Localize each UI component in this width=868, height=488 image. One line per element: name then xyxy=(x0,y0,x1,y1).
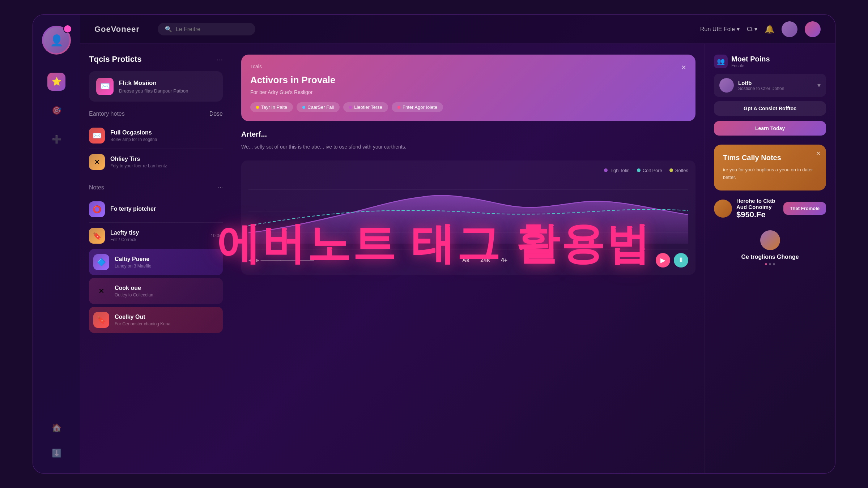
note-icon-orange2: 🔖 xyxy=(89,228,105,244)
notes-subsection-action[interactable]: Dose xyxy=(209,111,223,117)
tag-dot xyxy=(349,106,352,109)
legend-item-2: Colt Pore xyxy=(637,168,662,173)
legend-dot-yellow xyxy=(669,168,673,172)
all-notes-title: Notes xyxy=(89,184,104,191)
change-dot-1 xyxy=(765,263,767,265)
chart-play-button[interactable]: ▶ xyxy=(656,253,670,267)
avatar-image: 👤 xyxy=(43,27,69,53)
search-icon: 🔍 xyxy=(165,26,172,33)
note-icon-orange: ✕ xyxy=(89,154,105,170)
sidebar-avatar[interactable]: 👤 xyxy=(42,26,71,55)
main-content: GoeVoneer 🔍 Run UIE Fole ▾ Ct ▾ 🔔 xyxy=(80,15,835,473)
meet-btn-row: Gpt A Conslot Rofftoc xyxy=(714,101,826,116)
note-info: Ohliey Tirs Foly to your foer re Lan hen… xyxy=(110,156,223,168)
change-dot-3 xyxy=(773,263,775,265)
project-card[interactable]: ✉️ Fli:k Mosiion Dreose you flias Danpou… xyxy=(89,71,223,102)
meet-person-info: Lotfb Sostione to Cfler Dotfon xyxy=(738,80,813,91)
all-notes-action[interactable]: ··· xyxy=(218,184,223,191)
task-tag-3[interactable]: Fnter Agor Iolete xyxy=(392,102,443,112)
task-card: Tcals ✕ Activors in Provale For ber Adry… xyxy=(241,55,695,121)
search-input[interactable] xyxy=(176,26,248,33)
topbar: GoeVoneer 🔍 Run UIE Fole ▾ Ct ▾ 🔔 xyxy=(80,15,835,44)
task-close-icon[interactable]: ✕ xyxy=(681,64,686,72)
chart-stat-0: Ak xyxy=(462,257,469,264)
sidebar-item-download[interactable]: ⬇️ xyxy=(47,444,65,462)
article-title: Arterf... xyxy=(241,130,695,138)
orange-card: ✕ Tims Cally Notes ire you for you'r bop… xyxy=(714,145,826,191)
list-item-active3[interactable]: 🔖 Coelky Out For Cer onster chaning Kona xyxy=(89,307,223,333)
meet-person-name: Lotfb xyxy=(738,80,813,86)
project-icon-pink: ✉️ xyxy=(96,78,114,95)
chart-buttons: ▶ ⏸ xyxy=(656,253,688,267)
list-item[interactable]: ✉️ Fuil Ocgasions Bolev amp for In sogit… xyxy=(89,123,223,149)
tag-dot xyxy=(397,106,400,109)
projects-menu-icon[interactable]: ··· xyxy=(217,55,223,64)
search-bar[interactable]: 🔍 xyxy=(158,23,255,35)
note-info: Laefty tisy Felt / Correck xyxy=(110,230,205,242)
project-name: Fli:k Mosiion xyxy=(119,80,216,87)
list-item-active2[interactable]: ✕ Cook oue Outley lo Collecolan xyxy=(89,278,223,304)
meet-subtitle: Fncale xyxy=(731,63,770,68)
get-contact-button[interactable]: Gpt A Conslot Rofftoc xyxy=(714,101,826,116)
sidebar-item-target[interactable]: 🎯 xyxy=(47,102,65,120)
user-avatar[interactable] xyxy=(782,21,797,37)
orange-card-text: ire you for you'r boplions a yeou on in … xyxy=(723,166,817,181)
nav-item-run[interactable]: Run UIE Fole ▾ xyxy=(700,26,740,33)
meet-arrow-icon: ▾ xyxy=(817,81,821,89)
help-avatar xyxy=(714,200,732,218)
chart-nav-right[interactable]: ▶ ──────────────── xyxy=(256,257,314,263)
left-panel: Tqcis Proticts ··· ✉️ Fli:k Mosiion Dreo… xyxy=(80,44,232,473)
help-amount: $950.Fe xyxy=(736,210,779,219)
chart-area xyxy=(248,179,688,244)
middle-panel: Tcals ✕ Activors in Provale For ber Adry… xyxy=(232,44,705,473)
article-text: We... sefly sot of our this is the abe..… xyxy=(241,143,695,151)
help-title: Herohe to Cktb Aud Conoimy xyxy=(736,198,779,210)
list-item[interactable]: ⭕ Fo terty piotcher xyxy=(89,196,223,223)
tag-dot xyxy=(302,106,305,109)
projects-title: Tqcis Proticts xyxy=(89,55,141,64)
nav-item-ct[interactable]: Ct ▾ xyxy=(747,26,757,33)
legend-dot-purple xyxy=(604,168,608,172)
task-tag-2[interactable]: Lleotier Terse xyxy=(343,102,388,112)
help-section: Herohe to Cktb Aud Conoimy $950.Fe Thet … xyxy=(714,198,826,219)
help-info: Herohe to Cktb Aud Conoimy $950.Fe xyxy=(736,198,779,219)
meet-person-sub: Sostione to Cfler Dotfon xyxy=(738,86,813,91)
list-item[interactable]: ✕ Ohliey Tirs Foly to your foer re Lan h… xyxy=(89,149,223,175)
change-dot-2 xyxy=(769,263,771,265)
sidebar-item-add[interactable]: ➕ xyxy=(47,130,65,149)
sidebar-item-star[interactable]: ⭐ xyxy=(47,73,65,91)
learn-today-button[interactable]: Learn Today xyxy=(714,121,826,136)
meet-header-info: Moet Poins Fncale xyxy=(731,55,770,68)
user-avatar2[interactable] xyxy=(805,21,821,37)
orange-card-close-icon[interactable]: ✕ xyxy=(816,150,821,157)
content-area: Tqcis Proticts ··· ✉️ Fli:k Mosiion Dreo… xyxy=(80,44,835,473)
note-info: Fuil Ocgasions Bolev amp for In sogitna xyxy=(110,129,223,142)
note-icon-pink: ✕ xyxy=(93,283,109,299)
chart-legend: Tigh Tolin Colt Pore Soltes xyxy=(248,168,688,173)
chart-pause-button[interactable]: ⏸ xyxy=(674,253,688,267)
notification-bell-icon[interactable]: 🔔 xyxy=(765,25,774,34)
meet-icon: 👥 xyxy=(714,55,728,68)
list-item-active[interactable]: 🔷 Caltiy Puene Laney on 3 Maefile xyxy=(89,249,223,275)
topbar-right: Run UIE Fole ▾ Ct ▾ 🔔 xyxy=(700,21,821,37)
note-icon-purple: ⭕ xyxy=(89,201,105,217)
projects-header: Tqcis Proticts ··· xyxy=(89,55,223,64)
tag-dot xyxy=(256,106,259,109)
help-action-button[interactable]: Thet Fromole xyxy=(783,202,826,215)
chart-nav-left[interactable]: ◀ xyxy=(248,257,252,263)
change-title: Ge troglions Ghonge xyxy=(741,254,799,260)
chart-stat-1: 24k xyxy=(480,257,490,264)
sidebar-item-home[interactable]: 🏠 xyxy=(47,419,65,437)
meet-person-card[interactable]: Lotfb Sostione to Cfler Dotfon ▾ xyxy=(714,74,826,97)
legend-dot-teal xyxy=(637,168,641,172)
meet-person-avatar xyxy=(719,78,734,93)
meet-title: Moet Poins xyxy=(731,55,770,63)
learn-btn-row: Learn Today xyxy=(714,121,826,136)
change-avatar xyxy=(760,230,780,250)
note-info: Coelky Out For Cer onster chaning Kona xyxy=(115,314,218,326)
list-item[interactable]: 🔖 Laefty tisy Felt / Correck 10:0m xyxy=(89,223,223,249)
task-tag-1[interactable]: CaarSer Fali xyxy=(297,102,340,112)
task-tag-0[interactable]: Tayr In Palte xyxy=(250,102,293,112)
project-info: Fli:k Mosiion Dreose you flias Danpour P… xyxy=(119,80,216,94)
right-panel: 👥 Moet Poins Fncale Lotfb Sostione to Cf… xyxy=(705,44,835,473)
